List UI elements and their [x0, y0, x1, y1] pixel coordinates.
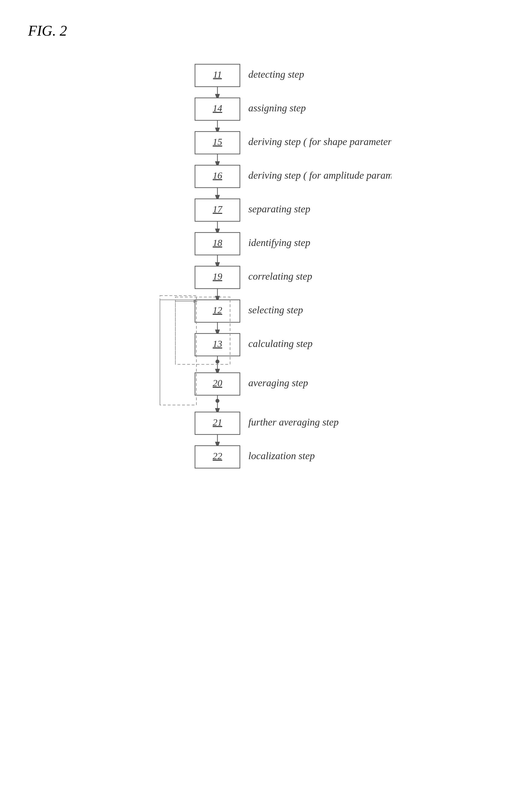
step-name-deriving-shape: deriving step ( for shape parameter ): [248, 136, 391, 147]
step-name-detecting: detecting step: [248, 69, 304, 80]
page: FIG. 2 11 detecting step: [0, 0, 530, 812]
step-name-identifying: identifying step: [248, 237, 310, 248]
label-13: 13: [213, 338, 222, 349]
label-21: 21: [213, 417, 222, 427]
label-11: 11: [213, 69, 221, 79]
label-19: 19: [213, 271, 222, 281]
flowchart: 11 detecting step 14 assigning step 15 d…: [139, 56, 391, 799]
label-22: 22: [213, 451, 222, 461]
label-15: 15: [213, 136, 222, 147]
step-name-localization: localization step: [248, 450, 315, 461]
step-name-selecting: selecting step: [248, 304, 303, 316]
label-14: 14: [213, 103, 222, 113]
step-name-further-averaging: further averaging step: [248, 417, 339, 428]
step-name-deriving-amplitude: deriving step ( for amplitude parameter …: [248, 170, 391, 181]
step-name-assigning: assigning step: [248, 102, 306, 114]
step-name-calculating: calculating step: [248, 338, 313, 349]
label-17: 17: [213, 204, 223, 214]
outer-loop-box: [160, 296, 196, 405]
step-name-averaging: averaging step: [248, 377, 308, 389]
step-name-separating: separating step: [248, 203, 310, 215]
fig-label: FIG. 2: [28, 23, 513, 39]
label-18: 18: [213, 237, 222, 248]
label-16: 16: [213, 170, 222, 180]
label-20: 20: [213, 378, 222, 388]
label-12: 12: [213, 305, 222, 315]
step-name-correlating: correlating step: [248, 271, 312, 282]
